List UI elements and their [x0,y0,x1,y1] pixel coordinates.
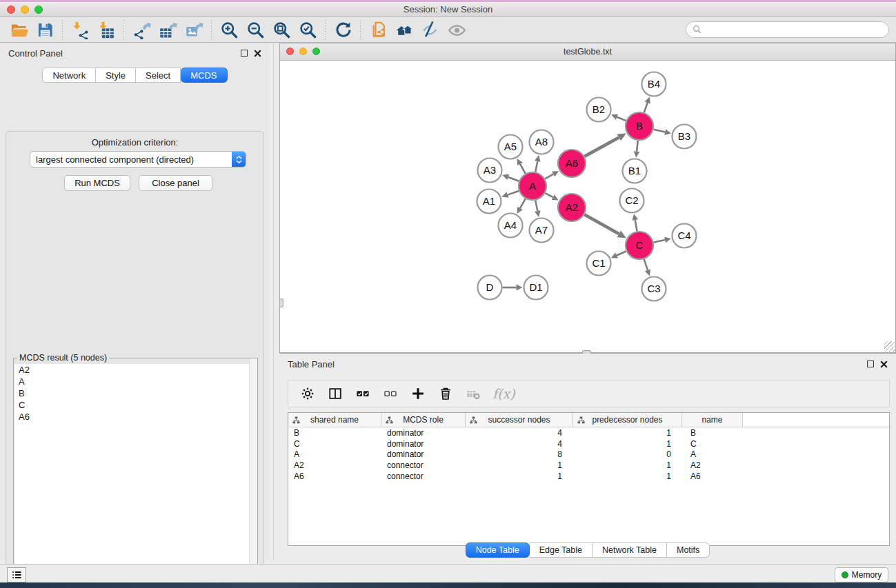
float-table-panel-icon[interactable] [867,361,874,367]
delete-column-button[interactable] [433,382,458,405]
edge-B-B1[interactable] [637,141,638,152]
first-neighbors-button[interactable] [391,19,417,41]
column-header-predecessor-nodes[interactable]: predecessor nodes [573,413,682,427]
edge-C-C2[interactable] [635,220,637,231]
panel-splitter[interactable] [273,43,274,560]
network-zoom-button[interactable] [312,48,320,55]
column-header-shared-name[interactable]: shared name [288,413,381,427]
zoom-out-button[interactable] [242,19,268,41]
mcds-result-item[interactable]: A [14,376,257,387]
zoom-window-button[interactable] [34,6,43,14]
new-network-from-selection-button[interactable] [365,19,391,41]
refresh-button[interactable] [330,19,356,41]
function-builder-button[interactable]: f(x) [488,386,519,401]
zoom-selected-button[interactable] [295,19,321,41]
import-network-button[interactable] [67,19,93,41]
close-window-button[interactable] [7,6,15,14]
export-image-button[interactable] [181,19,207,41]
table-panel-title: Table Panel [288,359,335,369]
tab-motifs[interactable]: Motifs [667,543,710,558]
export-table-button[interactable] [155,19,181,41]
zoom-selected-icon [299,21,317,39]
tab-network[interactable]: Network [42,68,96,83]
zoom-in-button[interactable] [216,19,242,41]
edge-B-B4[interactable] [644,103,648,112]
split-view-button[interactable] [323,382,348,405]
task-history-button[interactable] [7,567,26,582]
table-row[interactable]: A6connector11A6 [288,471,889,482]
search-box[interactable] [686,21,889,38]
column-label: MCDS role [403,415,444,425]
add-column-button[interactable] [406,382,430,405]
tab-style[interactable]: Style [96,68,136,83]
float-panel-icon[interactable] [241,50,248,57]
hide-selected-button[interactable] [417,19,444,41]
select-all-icon [355,386,370,401]
table-settings-button[interactable] [295,382,320,405]
control-panel-tabs: NetworkStyleSelectMCDS [0,68,270,83]
export-network-icon [132,21,151,39]
export-image-icon [185,21,203,39]
save-session-button[interactable] [32,19,58,41]
import-table-button[interactable] [93,19,119,41]
edge-A2-C[interactable] [584,214,619,234]
export-table-icon [159,21,177,39]
deselect-all-button[interactable] [378,382,403,405]
table-cell: C [682,439,743,449]
tab-node-table[interactable]: Node Table [466,543,530,558]
edge-A-A5[interactable] [520,164,526,174]
edge-B-B2[interactable] [617,117,626,121]
search-input[interactable] [703,25,883,34]
mcds-result-item[interactable]: C [14,399,257,411]
column-header-successor-nodes[interactable]: successor nodes [466,413,573,427]
show-all-button[interactable] [444,19,470,41]
edge-A-A3[interactable] [508,177,519,181]
close-panel-button[interactable]: Close panel [139,175,212,191]
column-header-name[interactable]: name [682,413,743,427]
table-row[interactable]: Cdominator41C [288,438,889,449]
resize-grip-icon[interactable] [884,341,895,352]
edge-C-C1[interactable] [617,251,626,255]
edge-A-A2[interactable] [545,193,552,197]
network-close-button[interactable] [286,48,294,55]
run-mcds-button[interactable]: Run MCDS [64,175,130,191]
mcds-result-scrollbar[interactable] [249,358,257,588]
mcds-result-item[interactable]: B [14,387,257,399]
export-network-button[interactable] [128,19,155,41]
table-row[interactable]: Bdominator41B [288,427,889,438]
edge-A-A6[interactable] [545,174,553,179]
table-row[interactable]: A2connector11A2 [288,460,889,471]
edge-A-A7[interactable] [535,201,537,211]
mcds-result-legend: MCDS result (5 nodes) [17,353,109,363]
mcds-result-item[interactable]: A6 [14,411,257,423]
tab-edge-table[interactable]: Edge Table [530,543,593,558]
close-panel-icon[interactable] [254,50,261,57]
splitter-handle[interactable] [279,298,283,307]
delete-column-icon [438,386,453,401]
mcds-result-item[interactable]: A2 [14,364,257,376]
memory-button[interactable]: Memory [835,567,888,582]
delete-table-button[interactable] [461,382,486,405]
edge-C-C4[interactable] [654,240,666,243]
column-header-mcds-role[interactable]: MCDS role [381,413,466,427]
table-cell: C [288,439,381,449]
zoom-fit-button[interactable] [268,19,295,41]
optimization-criterion-dropdown[interactable]: largest connected component (directed) [30,151,246,168]
network-window-titlebar[interactable]: testGlobe.txt [280,43,895,61]
tab-network-table[interactable]: Network Table [593,543,667,558]
edge-A-A1[interactable] [508,191,519,195]
edge-A-A8[interactable] [535,161,537,172]
table-row[interactable]: Adominator80A [288,449,889,460]
tab-select[interactable]: Select [136,68,181,83]
network-canvas[interactable]: B4B2BB3A5A8A6B1A3AA1C2A2A4A7C4CC1C3DD1 [280,61,895,352]
open-file-button[interactable] [6,19,32,41]
close-table-panel-icon[interactable] [880,361,888,368]
edge-A6-B[interactable] [584,137,619,156]
tab-mcds[interactable]: MCDS [181,68,227,83]
edge-B-B3[interactable] [653,130,665,132]
select-all-button[interactable] [350,382,375,405]
network-minimize-button[interactable] [299,48,307,55]
edge-C-C3[interactable] [644,259,648,270]
minimize-window-button[interactable] [21,6,29,14]
edge-A-A4[interactable] [520,199,526,208]
